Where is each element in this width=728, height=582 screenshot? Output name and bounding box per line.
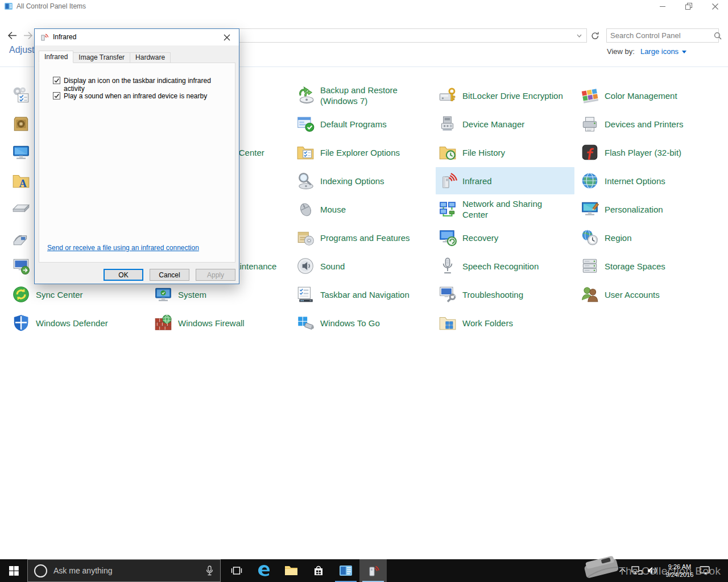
internet-options-icon (580, 171, 599, 190)
dialog-close-icon[interactable] (215, 29, 239, 45)
cp-item-personalization[interactable]: Personalization (578, 196, 717, 223)
speech-recognition-icon (438, 256, 457, 276)
send-receive-file-link[interactable]: Send or receive a file using an infrared… (47, 244, 199, 252)
cp-item-storage-spaces[interactable]: Storage Spaces (578, 252, 717, 280)
tab-image-transfer[interactable]: Image Transfer (73, 52, 130, 63)
cortana-search-box[interactable]: Ask me anything (27, 559, 221, 582)
cp-item-sync-center[interactable]: Sync Center (9, 281, 148, 308)
cp-item-label: Taskbar and Navigation (320, 289, 410, 300)
cp-item-label: File Explorer Options (320, 147, 400, 158)
checkbox-play-sound[interactable] (53, 92, 60, 99)
task-view-button[interactable] (223, 559, 250, 582)
cp-item-device-manager[interactable]: Device Manager (436, 110, 574, 138)
cp-item-mouse[interactable]: Mouse (293, 196, 432, 223)
edge-browser-icon[interactable] (250, 559, 278, 582)
cp-item-label: Device Manager (462, 119, 524, 130)
credential-manager-icon (11, 114, 31, 134)
cp-item-label: Mouse (320, 204, 346, 215)
cp-item-label: Sync Center (36, 289, 83, 300)
device-manager-icon (438, 114, 457, 134)
cp-item-file-history[interactable]: File History (436, 139, 574, 166)
cp-item-speech-recognition[interactable]: Speech Recognition (436, 252, 574, 280)
cp-item-sound[interactable]: Sound (293, 252, 432, 280)
cp-item-label: Region (605, 232, 632, 243)
cp-item-label: Indexing Options (320, 176, 384, 186)
file-history-icon (438, 143, 457, 162)
cp-item-label: Work Folders (462, 318, 513, 329)
infrared-dialog: Infrared Infrared Image Transfer Hardwar… (34, 28, 239, 284)
cp-item-windows-to-go[interactable]: Windows To Go (293, 309, 432, 336)
cp-item-region[interactable]: Region (578, 224, 717, 251)
tab-hardware[interactable]: Hardware (130, 52, 171, 63)
personalization-icon (580, 199, 599, 219)
cp-item-label: Sound (320, 261, 345, 272)
checkbox-display-icon-label: Display an icon on the taskbar indicatin… (64, 77, 224, 93)
cp-item-system[interactable]: System (151, 281, 290, 308)
file-explorer-options-icon (296, 143, 315, 162)
cp-item-programs-features[interactable]: Programs and Features (293, 224, 432, 251)
apply-button[interactable]: Apply (196, 269, 235, 281)
cp-item-windows-firewall[interactable]: Windows Firewall (151, 309, 290, 336)
cp-item-label: Programs and Features (320, 232, 410, 243)
cp-item-label: Default Programs (320, 119, 387, 130)
cp-item-user-accounts[interactable]: User Accounts (578, 281, 717, 308)
user-accounts-icon (580, 285, 599, 304)
flash-player-icon (580, 143, 599, 162)
cp-item-label: System (178, 289, 206, 300)
windows-to-go-icon (296, 313, 315, 332)
taskbar-clock[interactable]: 9:26 AM 9/24/2016 (661, 563, 698, 579)
ok-button[interactable]: OK (104, 269, 143, 281)
tab-infrared[interactable]: Infrared (39, 51, 73, 63)
cp-item-label: Recovery (462, 232, 498, 243)
cp-item-infrared[interactable]: Infrared (436, 167, 574, 194)
clock-time: 9:26 AM (661, 563, 698, 571)
cp-item-label: Network and SharingCenter (462, 198, 542, 220)
cancel-button[interactable]: Cancel (150, 269, 189, 281)
cp-item-label: Windows Defender (36, 318, 108, 329)
microphone-icon[interactable] (205, 566, 214, 576)
ok-button-label: OK (118, 271, 128, 279)
cp-item-devices-printers[interactable]: Devices and Printers (578, 110, 717, 138)
remoteapp-icon (11, 256, 31, 276)
bitlocker-icon (438, 86, 457, 105)
infrared-dialog-icon (40, 32, 49, 41)
cp-item-taskbar-navigation[interactable]: Taskbar and Navigation (293, 281, 432, 308)
cp-item-bitlocker[interactable]: BitLocker Drive Encryption (436, 82, 574, 109)
file-explorer-icon[interactable] (278, 559, 305, 582)
start-button[interactable] (0, 559, 27, 582)
cortana-placeholder: Ask me anything (53, 566, 205, 575)
cp-item-label: Speech Recognition (462, 261, 539, 272)
cp-item-label: Storage Spaces (605, 261, 665, 272)
cp-item-color-management[interactable]: Color Management (578, 82, 717, 109)
cp-item-indexing-options[interactable]: Indexing Options (293, 167, 432, 194)
infrared-taskbar-icon[interactable] (359, 559, 387, 582)
apply-button-label: Apply (207, 271, 224, 279)
cp-item-troubleshooting[interactable]: Troubleshooting (436, 281, 574, 308)
cp-item-work-folders[interactable]: Work Folders (436, 309, 574, 336)
recovery-icon (438, 228, 457, 247)
windows-firewall-icon (154, 313, 173, 332)
troubleshooting-icon (438, 285, 457, 304)
checkbox-play-sound-label: Play a sound when an infrared device is … (64, 92, 207, 100)
dialog-tabs: Infrared Image Transfer Hardware (39, 51, 170, 63)
windows-defender-icon (11, 313, 31, 332)
cp-item-default-programs[interactable]: Default Programs (293, 110, 432, 138)
store-icon[interactable] (305, 559, 332, 582)
cp-item-label: BitLocker Drive Encryption (462, 90, 563, 101)
cp-item-internet-options[interactable]: Internet Options (578, 167, 717, 194)
cp-item-file-explorer-options[interactable]: File Explorer Options (293, 139, 432, 166)
control-panel-taskbar-icon[interactable] (332, 559, 359, 582)
cp-item-windows-defender[interactable]: Windows Defender (9, 309, 148, 336)
cp-item-label: Troubleshooting (462, 289, 523, 300)
dialog-title: Infrared (53, 29, 76, 45)
cp-item-backup-restore[interactable]: Backup and Restore(Windows 7) (293, 82, 432, 109)
cp-item-label: Flash Player (32-bit) (605, 147, 681, 158)
default-programs-icon (296, 114, 315, 134)
network-sharing-icon (438, 199, 457, 219)
cp-item-network-sharing[interactable]: Network and SharingCenter (436, 196, 574, 223)
checkbox-display-icon[interactable] (53, 77, 60, 84)
cp-item-recovery[interactable]: Recovery (436, 224, 574, 251)
color-management-icon (580, 86, 599, 105)
clock-date: 9/24/2016 (661, 571, 698, 579)
cp-item-flash-player[interactable]: Flash Player (32-bit) (578, 139, 717, 166)
